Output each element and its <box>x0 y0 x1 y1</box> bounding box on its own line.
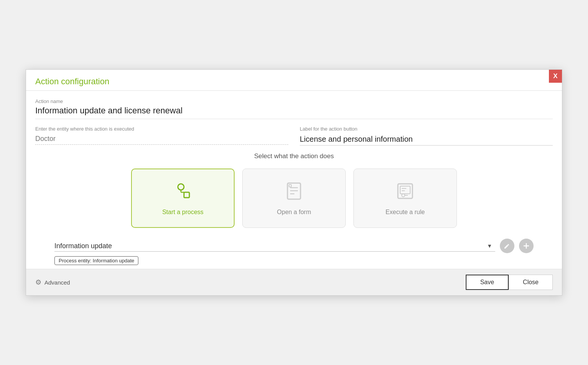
action-name-field: Action name Information update and licen… <box>35 98 553 119</box>
process-selector-row: Information update ▼ <box>54 239 534 253</box>
svg-point-0 <box>178 184 184 190</box>
add-process-button[interactable] <box>519 239 534 253</box>
card-execute-rule[interactable]: Execute a rule <box>353 169 457 228</box>
open-form-icon <box>284 181 304 205</box>
svg-point-11 <box>402 194 405 197</box>
gear-icon: ⚙ <box>35 278 41 286</box>
process-hint-text: Process entity: Information update <box>54 256 138 265</box>
close-x-button[interactable]: X <box>549 70 562 83</box>
modal-footer: ⚙ Advanced Save Close <box>26 269 562 295</box>
save-button[interactable]: Save <box>466 275 509 290</box>
entity-input[interactable] <box>35 133 288 145</box>
start-process-icon <box>172 181 193 205</box>
button-label-column: Label for the action button <box>300 126 553 146</box>
action-config-modal: Action configuration X Action name Infor… <box>26 69 562 296</box>
card-open-form[interactable]: Open a form <box>242 169 346 228</box>
modal-body: Action name Information update and licen… <box>26 91 562 269</box>
modal-header: Action configuration X <box>26 70 562 91</box>
card-execute-rule-label: Execute a rule <box>386 209 425 216</box>
button-label-label: Label for the action button <box>300 126 553 132</box>
process-select[interactable]: Information update <box>54 241 495 252</box>
advanced-button[interactable]: ⚙ Advanced <box>35 278 70 286</box>
advanced-label: Advanced <box>44 279 70 286</box>
card-start-process-label: Start a process <box>162 209 204 216</box>
action-cards-container: Start a process Open a form <box>35 169 553 228</box>
entity-label: Enter the entity where this action is ex… <box>35 126 288 132</box>
execute-rule-icon <box>395 181 416 205</box>
edit-process-button[interactable] <box>500 239 514 253</box>
svg-rect-8 <box>289 185 291 187</box>
process-select-wrapper: Information update ▼ <box>54 241 495 252</box>
modal-title: Action configuration <box>35 77 109 87</box>
card-open-form-label: Open a form <box>277 209 311 216</box>
footer-actions: Save Close <box>466 275 553 290</box>
svg-rect-10 <box>400 186 410 194</box>
close-button[interactable]: Close <box>509 275 553 290</box>
action-name-label: Action name <box>35 98 553 104</box>
button-label-input[interactable] <box>300 133 553 146</box>
action-name-value: Information update and license renewal <box>35 106 553 119</box>
card-start-process[interactable]: Start a process <box>131 169 235 228</box>
two-col-section: Enter the entity where this action is ex… <box>35 126 553 146</box>
entity-column: Enter the entity where this action is ex… <box>35 126 288 146</box>
svg-rect-1 <box>184 192 189 198</box>
process-hint-container: Process entity: Information update <box>54 256 138 265</box>
section-title: Select what the action does <box>35 152 553 160</box>
